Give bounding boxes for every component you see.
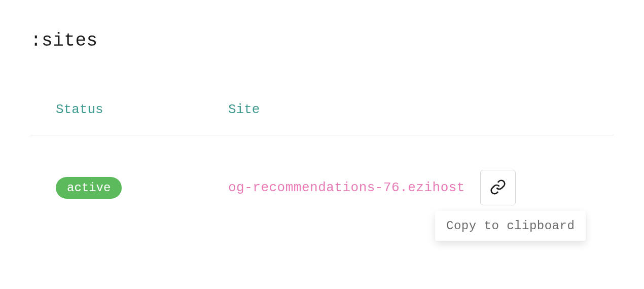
sites-table: Status Site active og-recommendations-76… xyxy=(30,102,614,205)
main-container: :sites Status Site active og-recommendat… xyxy=(0,0,644,226)
status-cell: active xyxy=(56,177,228,199)
page-title: :sites xyxy=(30,30,614,51)
link-icon xyxy=(490,179,506,197)
table-header: Status Site xyxy=(30,102,614,135)
status-badge: active xyxy=(56,177,122,199)
table-row: active og-recommendations-76.ezihost Cop… xyxy=(30,135,614,205)
column-header-status: Status xyxy=(56,102,228,117)
copy-tooltip: Copy to clipboard xyxy=(435,211,586,241)
column-header-site: Site xyxy=(228,102,260,117)
site-link[interactable]: og-recommendations-76.ezihost xyxy=(228,180,465,195)
copy-button[interactable]: Copy to clipboard xyxy=(480,170,516,205)
site-cell: og-recommendations-76.ezihost Copy to cl… xyxy=(228,170,516,205)
